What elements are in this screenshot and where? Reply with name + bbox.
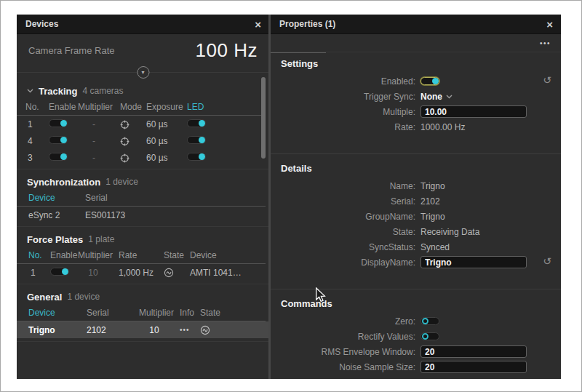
groupname-value: Trigno <box>420 212 445 222</box>
enable-toggle[interactable] <box>50 268 69 276</box>
collapse-circle-button[interactable]: ▾ <box>137 66 149 79</box>
properties-panel-title: Properties (1) <box>279 19 335 29</box>
force-plate-row[interactable]: 1 10 1,000 Hz AMTI 1041… <box>17 264 269 281</box>
syncstatus-value: Synced <box>420 242 450 252</box>
synchronization-row[interactable]: eSync 2 ES001173 <box>17 207 269 223</box>
state-label: State: <box>271 227 420 237</box>
enable-toggle[interactable] <box>49 153 68 161</box>
device-serial: ES001173 <box>85 210 269 220</box>
enabled-toggle[interactable] <box>420 77 439 85</box>
rectify-values-label: Rectify Values: <box>271 332 420 342</box>
camera-frame-rate-value: 100 Hz <box>196 39 258 62</box>
chevron-down-icon: ▾ <box>141 69 144 76</box>
frame-rate-collapse-strip: ▾ <box>17 66 269 79</box>
state-row: State: Receiving Data <box>271 224 561 239</box>
force-plates-table-header: No. Enable Multiplier Rate State Device <box>17 248 266 264</box>
exposure-value: 60 µs <box>146 119 187 129</box>
rectify-values-toggle[interactable] <box>420 332 439 340</box>
enable-toggle[interactable] <box>49 136 68 144</box>
multiple-row: Multiple: <box>271 104 561 119</box>
device-name: AMTI 1041… <box>190 268 269 278</box>
col-info: Info <box>180 308 200 319</box>
zero-toggle[interactable] <box>420 317 439 325</box>
trigger-sync-row: Trigger Sync: None <box>271 89 561 104</box>
rate-value: 1,000 Hz <box>119 268 164 278</box>
groupname-row: GroupName: Trigno <box>271 209 561 224</box>
force-plates-section-count: 1 plate <box>88 234 114 244</box>
noise-sample-label: Noise Sample Size: <box>271 362 420 372</box>
tracking-row-3[interactable]: 3 - 60 µs <box>17 149 269 166</box>
name-value: Trigno <box>420 181 445 191</box>
col-serial: Serial <box>87 308 139 319</box>
tracking-section-header[interactable]: Tracking 4 cameras <box>17 79 269 98</box>
camera-number: 3 <box>25 153 49 163</box>
info-ellipsis-icon[interactable]: ••• <box>180 326 200 334</box>
col-multiplier: Multiplier <box>78 102 120 113</box>
state-value: Receiving Data <box>420 227 479 237</box>
synchronization-section-title: Synchronization <box>27 177 100 188</box>
multiplier-value: - <box>78 136 120 146</box>
settings-section-title: Settings <box>271 57 561 73</box>
multiplier-value: 10 <box>78 268 119 278</box>
overflow-menu-icon[interactable]: ••• <box>540 39 551 47</box>
general-row-trigno[interactable]: Trigno 2102 10 ••• <box>17 321 269 338</box>
rms-envelope-input[interactable] <box>420 345 527 358</box>
tracking-row-2[interactable]: 4 - 60 µs <box>17 132 269 149</box>
properties-panel: Properties (1) × ••• Settings Enabled: ↺… <box>271 15 561 379</box>
led-toggle[interactable] <box>187 119 206 127</box>
rectify-values-row: Rectify Values: <box>271 329 561 344</box>
properties-titlebar: Properties (1) × <box>271 15 561 34</box>
reset-icon[interactable]: ↺ <box>543 75 551 85</box>
col-device: Device <box>28 193 85 204</box>
trigger-sync-dropdown[interactable]: None <box>420 92 453 102</box>
enable-toggle[interactable] <box>49 119 68 127</box>
multiple-input[interactable] <box>420 105 527 118</box>
synchronization-section-header[interactable]: Synchronization 1 device <box>17 169 269 189</box>
close-icon[interactable]: × <box>255 19 261 30</box>
commands-section-title: Commands <box>271 297 561 313</box>
general-section-header[interactable]: General 1 device <box>17 284 269 304</box>
rate-label: Rate: <box>271 122 420 132</box>
details-section-title: Details <box>271 161 561 178</box>
col-no: No. <box>28 250 50 262</box>
mouse-cursor <box>315 287 326 303</box>
col-enable: Enable <box>49 102 78 113</box>
settings-section: Settings Enabled: ↺ Trigger Sync: None M… <box>271 52 561 145</box>
tracking-row-1[interactable]: 1 - 60 µs <box>17 116 269 132</box>
displayname-input[interactable] <box>420 256 527 268</box>
general-table-header: Device Serial Multiplier Info State <box>17 305 266 321</box>
exposure-value: 60 µs <box>146 153 187 163</box>
noise-sample-input[interactable] <box>420 361 527 373</box>
col-device: Device <box>190 250 266 262</box>
col-state: State <box>200 308 266 319</box>
serial-row: Serial: 2102 <box>271 193 561 209</box>
device-name: Trigno <box>28 325 87 335</box>
syncstatus-row: SyncStatus: Synced <box>271 239 561 255</box>
chevron-down-icon <box>27 89 33 93</box>
led-toggle[interactable] <box>187 136 206 144</box>
name-row: Name: Trigno <box>271 178 561 193</box>
force-plates-section-header[interactable]: Force Plates 1 plate <box>17 227 269 247</box>
rate-value: 1000.00 Hz <box>420 122 465 132</box>
enabled-row: Enabled: ↺ <box>271 73 561 89</box>
close-icon[interactable]: × <box>546 19 553 30</box>
tracking-mode-icon[interactable] <box>120 137 129 146</box>
trigger-sync-label: Trigger Sync: <box>271 92 420 102</box>
zero-row: Zero: <box>271 313 561 329</box>
reset-icon[interactable]: ↺ <box>543 256 551 266</box>
zero-label: Zero: <box>271 316 420 327</box>
general-section-count: 1 device <box>67 292 100 302</box>
state-signal-icon <box>164 268 174 278</box>
col-exposure: Exposure <box>146 102 187 113</box>
details-section: Details Name: Trigno Serial: 2102 GroupN… <box>271 153 561 280</box>
multiple-label: Multiple: <box>271 107 420 117</box>
tracking-mode-icon[interactable] <box>120 120 129 129</box>
tracking-mode-icon[interactable] <box>120 153 129 163</box>
state-signal-icon <box>200 325 210 335</box>
col-led: LED <box>187 102 223 113</box>
displayname-row: DisplayName: ↺ <box>271 255 561 270</box>
synchronization-table-header: Device Serial <box>17 191 266 207</box>
force-plates-section-title: Force Plates <box>27 234 83 245</box>
devices-scrollbar-thumb[interactable] <box>261 77 266 159</box>
led-toggle[interactable] <box>187 153 206 161</box>
